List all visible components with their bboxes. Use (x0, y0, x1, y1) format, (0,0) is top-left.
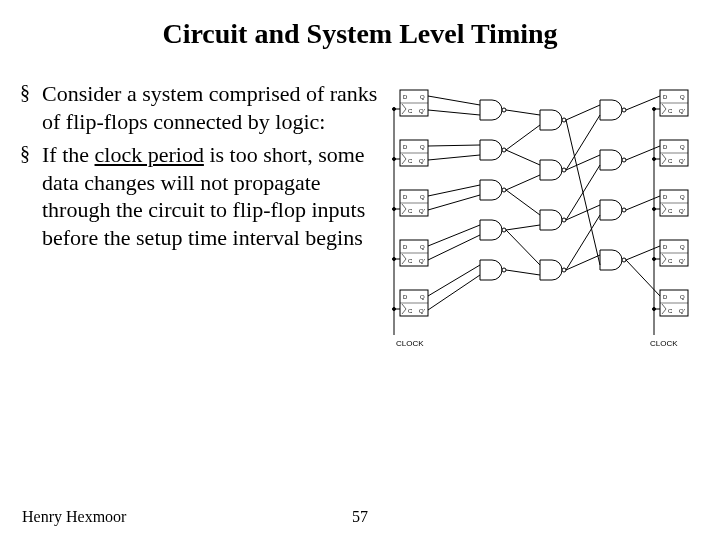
svg-text:C: C (408, 258, 413, 264)
svg-text:Q': Q' (679, 258, 685, 264)
svg-text:D: D (403, 144, 408, 150)
svg-text:C: C (668, 158, 673, 164)
bullet-1-text: Consider a system comprised of ranks of … (42, 81, 377, 134)
svg-point-91 (653, 308, 656, 311)
svg-text:D: D (663, 194, 668, 200)
svg-text:Q: Q (680, 94, 685, 100)
svg-point-79 (393, 258, 396, 261)
svg-text:Q: Q (420, 194, 425, 200)
ff-label-qbar: Q' (419, 108, 425, 114)
svg-text:Q': Q' (419, 258, 425, 264)
svg-line-50 (506, 125, 540, 150)
svg-point-78 (393, 208, 396, 211)
svg-text:C: C (408, 158, 413, 164)
svg-text:Q': Q' (679, 108, 685, 114)
svg-line-40 (428, 110, 480, 115)
bullet-2-underline: clock period (95, 142, 204, 167)
svg-line-42 (428, 155, 480, 160)
svg-line-43 (428, 185, 480, 196)
slide-content: Consider a system comprised of ranks of … (0, 50, 720, 420)
svg-text:C: C (668, 208, 673, 214)
footer-author: Henry Hexmoor (22, 508, 126, 526)
svg-text:C: C (668, 308, 673, 314)
svg-text:Q: Q (680, 194, 685, 200)
bullet-list: Consider a system comprised of ranks of … (20, 80, 380, 420)
svg-line-52 (506, 175, 540, 190)
ff-label-q: Q (420, 94, 425, 100)
svg-line-54 (506, 225, 540, 230)
svg-line-49 (506, 110, 540, 115)
svg-point-76 (393, 108, 396, 111)
svg-text:D: D (663, 294, 668, 300)
svg-point-88 (653, 158, 656, 161)
svg-text:D: D (663, 94, 668, 100)
svg-text:Q: Q (680, 244, 685, 250)
svg-text:Q: Q (680, 144, 685, 150)
svg-text:Q: Q (680, 294, 685, 300)
bullet-1: Consider a system comprised of ranks of … (20, 80, 380, 135)
ff-label-d: D (403, 94, 408, 100)
svg-line-46 (428, 235, 480, 260)
svg-text:C: C (408, 208, 413, 214)
svg-text:Q': Q' (419, 208, 425, 214)
svg-text:Q: Q (420, 294, 425, 300)
ff-label-c: C (408, 108, 413, 114)
clock-label-right: CLOCK (650, 339, 678, 348)
footer-page: 57 (352, 508, 368, 526)
svg-text:D: D (403, 194, 408, 200)
slide-title: Circuit and System Level Timing (0, 0, 720, 50)
svg-text:Q': Q' (419, 308, 425, 314)
svg-line-44 (428, 195, 480, 210)
svg-point-80 (393, 308, 396, 311)
svg-text:Q: Q (420, 144, 425, 150)
svg-point-87 (653, 108, 656, 111)
svg-text:Q: Q (420, 244, 425, 250)
svg-text:D: D (403, 294, 408, 300)
svg-text:C: C (408, 308, 413, 314)
bullet-2: If the clock period is too short, some d… (20, 141, 380, 251)
svg-line-51 (506, 150, 540, 165)
svg-line-57 (566, 105, 600, 120)
svg-text:Q': Q' (419, 158, 425, 164)
svg-line-39 (428, 96, 480, 105)
clock-label-left: CLOCK (396, 339, 424, 348)
svg-point-89 (653, 208, 656, 211)
bullet-2-pre: If the (42, 142, 95, 167)
svg-text:Q': Q' (679, 158, 685, 164)
svg-line-53 (506, 190, 540, 215)
svg-text:D: D (403, 244, 408, 250)
svg-text:Q': Q' (679, 308, 685, 314)
svg-point-90 (653, 258, 656, 261)
svg-text:D: D (663, 244, 668, 250)
svg-line-56 (506, 270, 540, 275)
svg-line-55 (506, 230, 540, 265)
svg-point-77 (393, 158, 396, 161)
svg-text:Q': Q' (679, 208, 685, 214)
svg-text:C: C (668, 108, 673, 114)
circuit-diagram: D Q C Q' DQ CQ' DQ CQ' DQ (380, 80, 700, 420)
svg-line-45 (428, 225, 480, 246)
svg-text:D: D (663, 144, 668, 150)
svg-line-41 (428, 145, 480, 146)
svg-line-69 (626, 260, 660, 296)
svg-text:C: C (668, 258, 673, 264)
